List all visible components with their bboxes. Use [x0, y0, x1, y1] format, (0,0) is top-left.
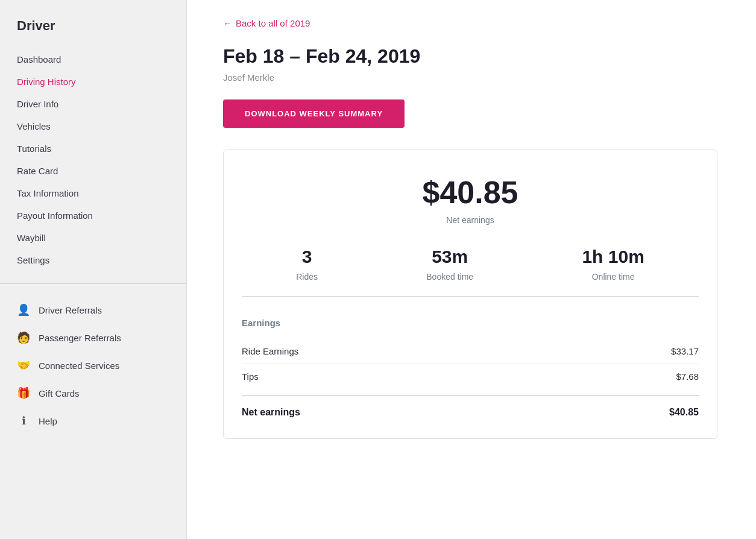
sidebar-item-vehicles[interactable]: Vehicles: [0, 115, 186, 137]
earnings-row-ride-earnings: Ride Earnings $33.17: [242, 339, 699, 364]
sidebar: Driver DashboardDriving HistoryDriver In…: [0, 0, 187, 539]
passenger-referrals-icon: 🧑: [17, 331, 30, 344]
sidebar-item-payout-information[interactable]: Payout Information: [0, 204, 186, 227]
sidebar-item-tax-information[interactable]: Tax Information: [0, 182, 186, 204]
earnings-row-tips: Tips $7.68: [242, 364, 699, 389]
stat-block-rides: 3 Rides: [296, 247, 318, 282]
sidebar-item-driving-history[interactable]: Driving History: [0, 71, 186, 93]
net-earnings-total-label: Net earnings: [242, 407, 300, 418]
earnings-section: Earnings Ride Earnings $33.17 Tips $7.68…: [242, 303, 699, 420]
driver-referrals-label: Driver Referrals: [39, 305, 102, 315]
sidebar-item-passenger-referrals[interactable]: 🧑 Passenger Referrals: [0, 324, 186, 351]
connected-services-icon: 🤝: [17, 359, 30, 372]
stat-value: 1h 10m: [582, 247, 644, 267]
earnings-row-amount: $7.68: [676, 371, 699, 382]
sidebar-divider: [0, 283, 186, 284]
back-arrow-icon: ←: [223, 18, 232, 28]
gift-cards-icon: 🎁: [17, 386, 30, 400]
earnings-row-label: Tips: [242, 371, 259, 382]
net-earnings-label-top: Net earnings: [242, 215, 699, 225]
stat-block-online-time: 1h 10m Online time: [582, 247, 644, 282]
stat-value: 3: [296, 247, 318, 267]
sidebar-nav: DashboardDriving HistoryDriver InfoVehic…: [0, 48, 186, 271]
summary-card: $40.85 Net earnings 3 Rides 53m Booked t…: [223, 150, 717, 439]
sidebar-item-dashboard[interactable]: Dashboard: [0, 48, 186, 71]
page-title: Feb 18 – Feb 24, 2019: [223, 45, 720, 68]
help-label: Help: [39, 416, 57, 426]
stat-block-booked-time: 53m Booked time: [426, 247, 473, 282]
stat-value: 53m: [426, 247, 473, 267]
net-earnings-total-row: Net earnings $40.85: [242, 395, 699, 420]
sidebar-item-settings[interactable]: Settings: [0, 249, 186, 271]
stat-label: Booked time: [426, 272, 473, 282]
download-weekly-summary-button[interactable]: DOWNLOAD WEEKLY SUMMARY: [223, 99, 405, 128]
earnings-heading: Earnings: [242, 318, 699, 328]
stat-label: Online time: [582, 272, 644, 282]
earnings-row-label: Ride Earnings: [242, 346, 298, 356]
net-earnings-amount: $40.85: [242, 174, 699, 210]
sidebar-item-waybill[interactable]: Waybill: [0, 227, 186, 249]
back-link[interactable]: ← Back to all of 2019: [223, 18, 310, 28]
sidebar-item-driver-referrals[interactable]: 👤 Driver Referrals: [0, 296, 186, 324]
back-link-label: Back to all of 2019: [236, 18, 310, 28]
sidebar-item-gift-cards[interactable]: 🎁 Gift Cards: [0, 379, 186, 407]
main-content: ← Back to all of 2019 Feb 18 – Feb 24, 2…: [187, 0, 756, 539]
sidebar-title: Driver: [0, 18, 186, 48]
passenger-referrals-label: Passenger Referrals: [39, 333, 121, 343]
sidebar-item-rate-card[interactable]: Rate Card: [0, 160, 186, 182]
sidebar-item-help[interactable]: ℹ Help: [0, 407, 186, 435]
sidebar-item-driver-info[interactable]: Driver Info: [0, 93, 186, 115]
stat-label: Rides: [296, 272, 318, 282]
stats-row: 3 Rides 53m Booked time 1h 10m Online ti…: [242, 247, 699, 297]
sidebar-icon-items: 👤 Driver Referrals 🧑 Passenger Referrals…: [0, 296, 186, 435]
gift-cards-label: Gift Cards: [39, 388, 80, 399]
sidebar-item-connected-services[interactable]: 🤝 Connected Services: [0, 351, 186, 379]
earnings-row-amount: $33.17: [671, 346, 699, 356]
net-earnings-total-amount: $40.85: [669, 407, 699, 418]
help-icon: ℹ: [17, 414, 30, 427]
earnings-rows: Ride Earnings $33.17 Tips $7.68: [242, 339, 699, 389]
driver-name: Josef Merkle: [223, 72, 720, 83]
driver-referrals-icon: 👤: [17, 303, 30, 317]
connected-services-label: Connected Services: [39, 361, 119, 371]
sidebar-item-tutorials[interactable]: Tutorials: [0, 137, 186, 160]
